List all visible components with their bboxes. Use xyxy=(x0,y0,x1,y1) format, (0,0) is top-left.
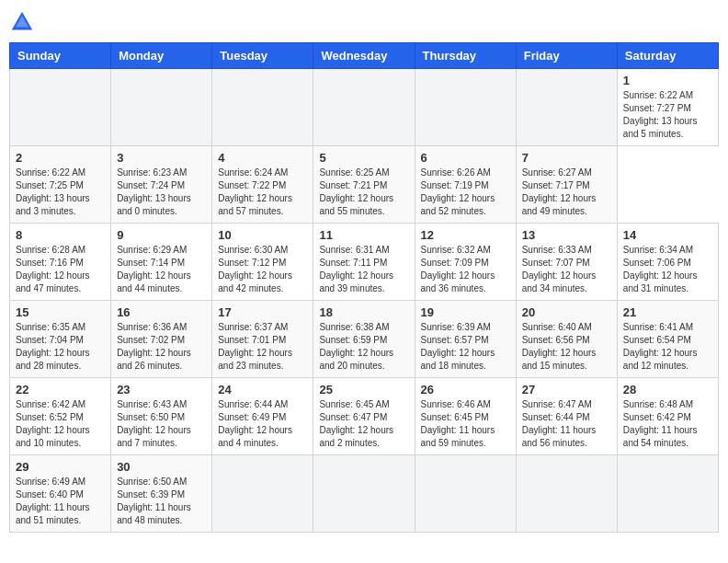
calendar-week-4: 22 Sunrise: 6:42 AM Sunset: 6:52 PM Dayl… xyxy=(10,378,719,455)
day-number: 4 xyxy=(218,151,307,165)
day-info: Sunrise: 6:30 AM Sunset: 7:12 PM Dayligh… xyxy=(218,244,307,295)
day-info: Sunrise: 6:35 AM Sunset: 7:04 PM Dayligh… xyxy=(16,321,105,373)
day-info: Sunrise: 6:22 AM Sunset: 7:27 PM Dayligh… xyxy=(623,89,712,141)
day-number: 20 xyxy=(522,305,611,319)
calendar-week-0: 1 Sunrise: 6:22 AM Sunset: 7:27 PM Dayli… xyxy=(10,69,719,146)
page-header xyxy=(9,9,719,35)
day-info: Sunrise: 6:40 AM Sunset: 6:56 PM Dayligh… xyxy=(522,321,611,373)
day-header-wednesday: Wednesday xyxy=(313,43,415,69)
calendar-day-9: 9 Sunrise: 6:29 AM Sunset: 7:14 PM Dayli… xyxy=(111,224,212,301)
day-header-sunday: Sunday xyxy=(10,43,111,69)
day-info: Sunrise: 6:48 AM Sunset: 6:42 PM Dayligh… xyxy=(623,398,712,450)
empty-cell xyxy=(10,69,111,146)
calendar-day-16: 16 Sunrise: 6:36 AM Sunset: 7:02 PM Dayl… xyxy=(111,301,212,378)
day-info: Sunrise: 6:27 AM Sunset: 7:17 PM Dayligh… xyxy=(522,167,611,218)
day-number: 17 xyxy=(218,305,307,319)
day-number: 6 xyxy=(421,151,510,165)
calendar-day-11: 11 Sunrise: 6:31 AM Sunset: 7:11 PM Dayl… xyxy=(313,224,415,301)
empty-cell xyxy=(415,69,516,146)
calendar-day-28: 28 Sunrise: 6:48 AM Sunset: 6:42 PM Dayl… xyxy=(617,378,718,455)
day-number: 21 xyxy=(623,305,712,319)
day-info: Sunrise: 6:25 AM Sunset: 7:21 PM Dayligh… xyxy=(319,167,408,218)
day-info: Sunrise: 6:34 AM Sunset: 7:06 PM Dayligh… xyxy=(623,244,712,295)
calendar-day-26: 26 Sunrise: 6:46 AM Sunset: 6:45 PM Dayl… xyxy=(415,378,516,455)
day-header-monday: Monday xyxy=(111,43,212,69)
day-number: 9 xyxy=(117,228,206,242)
calendar-day-29: 29 Sunrise: 6:49 AM Sunset: 6:40 PM Dayl… xyxy=(10,455,111,533)
calendar-day-19: 19 Sunrise: 6:39 AM Sunset: 6:57 PM Dayl… xyxy=(415,301,516,378)
calendar-day-15: 15 Sunrise: 6:35 AM Sunset: 7:04 PM Dayl… xyxy=(10,301,111,378)
day-header-thursday: Thursday xyxy=(415,43,516,69)
day-number: 26 xyxy=(421,383,510,396)
calendar-day-3: 3 Sunrise: 6:23 AM Sunset: 7:24 PM Dayli… xyxy=(111,146,212,224)
day-number: 10 xyxy=(218,228,307,242)
day-number: 23 xyxy=(117,383,206,396)
day-number: 28 xyxy=(623,383,712,396)
day-header-friday: Friday xyxy=(516,43,617,69)
day-info: Sunrise: 6:42 AM Sunset: 6:52 PM Dayligh… xyxy=(16,398,105,450)
calendar-day-6: 6 Sunrise: 6:26 AM Sunset: 7:19 PM Dayli… xyxy=(415,146,516,224)
calendar-day-4: 4 Sunrise: 6:24 AM Sunset: 7:22 PM Dayli… xyxy=(212,146,313,224)
day-header-tuesday: Tuesday xyxy=(212,43,313,69)
empty-cell xyxy=(415,455,516,533)
day-number: 2 xyxy=(16,151,105,165)
day-number: 3 xyxy=(117,151,206,165)
day-number: 16 xyxy=(117,305,206,319)
calendar-table: SundayMondayTuesdayWednesdayThursdayFrid… xyxy=(9,42,719,533)
day-number: 24 xyxy=(218,383,307,396)
day-info: Sunrise: 6:47 AM Sunset: 6:44 PM Dayligh… xyxy=(522,398,611,450)
day-number: 22 xyxy=(16,383,105,396)
calendar-day-14: 14 Sunrise: 6:34 AM Sunset: 7:06 PM Dayl… xyxy=(617,224,718,301)
day-number: 25 xyxy=(319,383,408,396)
calendar-day-7: 7 Sunrise: 6:27 AM Sunset: 7:17 PM Dayli… xyxy=(516,146,617,224)
empty-cell xyxy=(516,455,617,533)
calendar-day-18: 18 Sunrise: 6:38 AM Sunset: 6:59 PM Dayl… xyxy=(313,301,415,378)
day-info: Sunrise: 6:46 AM Sunset: 6:45 PM Dayligh… xyxy=(421,398,510,450)
day-info: Sunrise: 6:22 AM Sunset: 7:25 PM Dayligh… xyxy=(16,167,105,218)
day-number: 7 xyxy=(522,151,611,165)
empty-cell xyxy=(617,455,718,533)
day-info: Sunrise: 6:33 AM Sunset: 7:07 PM Dayligh… xyxy=(522,244,611,295)
day-info: Sunrise: 6:26 AM Sunset: 7:19 PM Dayligh… xyxy=(421,167,510,218)
calendar-day-24: 24 Sunrise: 6:44 AM Sunset: 6:49 PM Dayl… xyxy=(212,378,313,455)
empty-cell xyxy=(313,69,415,146)
calendar-day-1: 1 Sunrise: 6:22 AM Sunset: 7:27 PM Dayli… xyxy=(617,69,718,146)
calendar-day-20: 20 Sunrise: 6:40 AM Sunset: 6:56 PM Dayl… xyxy=(516,301,617,378)
day-info: Sunrise: 6:44 AM Sunset: 6:49 PM Dayligh… xyxy=(218,398,307,450)
day-info: Sunrise: 6:32 AM Sunset: 7:09 PM Dayligh… xyxy=(421,244,510,295)
empty-cell xyxy=(212,455,313,533)
calendar-week-2: 8 Sunrise: 6:28 AM Sunset: 7:16 PM Dayli… xyxy=(10,224,719,301)
day-number: 30 xyxy=(117,460,206,474)
logo-icon xyxy=(9,9,35,35)
day-info: Sunrise: 6:43 AM Sunset: 6:50 PM Dayligh… xyxy=(117,398,206,450)
day-number: 13 xyxy=(522,228,611,242)
calendar-day-17: 17 Sunrise: 6:37 AM Sunset: 7:01 PM Dayl… xyxy=(212,301,313,378)
calendar-day-5: 5 Sunrise: 6:25 AM Sunset: 7:21 PM Dayli… xyxy=(313,146,415,224)
logo xyxy=(9,9,39,35)
calendar-day-30: 30 Sunrise: 6:50 AM Sunset: 6:39 PM Dayl… xyxy=(111,455,212,533)
day-info: Sunrise: 6:49 AM Sunset: 6:40 PM Dayligh… xyxy=(16,476,105,527)
day-info: Sunrise: 6:36 AM Sunset: 7:02 PM Dayligh… xyxy=(117,321,206,373)
day-info: Sunrise: 6:29 AM Sunset: 7:14 PM Dayligh… xyxy=(117,244,206,295)
day-number: 1 xyxy=(623,74,712,87)
day-number: 19 xyxy=(421,305,510,319)
day-info: Sunrise: 6:28 AM Sunset: 7:16 PM Dayligh… xyxy=(16,244,105,295)
day-info: Sunrise: 6:50 AM Sunset: 6:39 PM Dayligh… xyxy=(117,476,206,527)
day-info: Sunrise: 6:31 AM Sunset: 7:11 PM Dayligh… xyxy=(319,244,408,295)
day-number: 8 xyxy=(16,228,105,242)
day-number: 15 xyxy=(16,305,105,319)
day-info: Sunrise: 6:24 AM Sunset: 7:22 PM Dayligh… xyxy=(218,167,307,218)
calendar-week-3: 15 Sunrise: 6:35 AM Sunset: 7:04 PM Dayl… xyxy=(10,301,719,378)
calendar-week-1: 2 Sunrise: 6:22 AM Sunset: 7:25 PM Dayli… xyxy=(10,146,719,224)
day-info: Sunrise: 6:41 AM Sunset: 6:54 PM Dayligh… xyxy=(623,321,712,373)
calendar-day-2: 2 Sunrise: 6:22 AM Sunset: 7:25 PM Dayli… xyxy=(10,146,111,224)
day-number: 18 xyxy=(319,305,408,319)
day-info: Sunrise: 6:39 AM Sunset: 6:57 PM Dayligh… xyxy=(421,321,510,373)
calendar-day-27: 27 Sunrise: 6:47 AM Sunset: 6:44 PM Dayl… xyxy=(516,378,617,455)
day-number: 27 xyxy=(522,383,611,396)
calendar-day-22: 22 Sunrise: 6:42 AM Sunset: 6:52 PM Dayl… xyxy=(10,378,111,455)
calendar-day-10: 10 Sunrise: 6:30 AM Sunset: 7:12 PM Dayl… xyxy=(212,224,313,301)
day-number: 11 xyxy=(319,228,408,242)
day-info: Sunrise: 6:38 AM Sunset: 6:59 PM Dayligh… xyxy=(319,321,408,373)
empty-cell xyxy=(516,69,617,146)
